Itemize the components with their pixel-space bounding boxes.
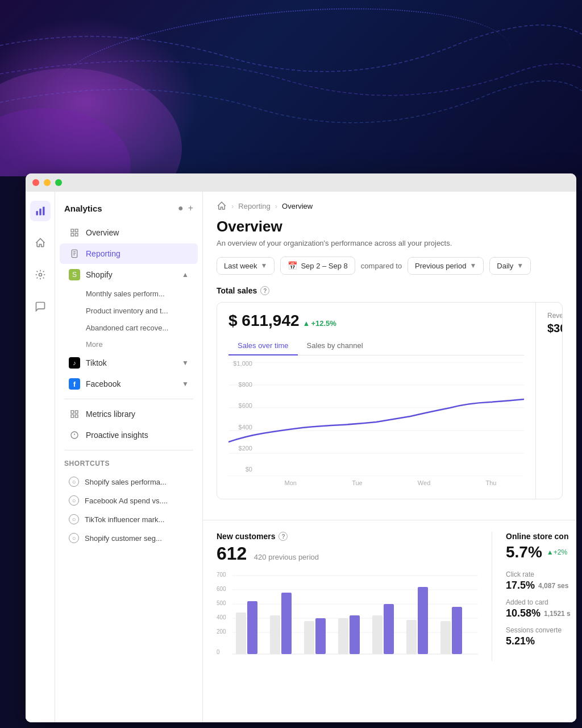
granularity-chevron-icon: ▼ — [517, 262, 523, 270]
online-store-change: ▲+2% — [547, 548, 567, 556]
nav-header-icons: ● + — [178, 203, 193, 213]
page-subtitle: An overview of your organization's perfo… — [217, 239, 563, 247]
new-customers-info-icon[interactable]: ? — [278, 532, 288, 541]
nav-section-facebook[interactable]: f Facebook ▼ — [60, 374, 198, 394]
facebook-section-label: f Facebook — [69, 378, 120, 390]
revenue-label: Revenue — [547, 312, 563, 320]
svg-text:0: 0 — [217, 649, 220, 655]
svg-rect-47 — [372, 615, 383, 654]
date-range-button[interactable]: 📅 Sep 2 – Sep 8 — [280, 257, 355, 275]
add-icon[interactable]: + — [188, 203, 193, 213]
minimize-dot[interactable] — [44, 179, 51, 186]
new-customers-title: New customers ? — [217, 532, 478, 541]
total-sales-value: $ 611,942 ▲ +12.5% — [228, 312, 524, 330]
home-breadcrumb-icon[interactable] — [217, 201, 227, 211]
svg-rect-52 — [452, 607, 462, 654]
svg-rect-40 — [247, 601, 257, 654]
svg-rect-46 — [350, 615, 360, 654]
tiktok-section-label: ♪ Tiktok — [69, 357, 107, 369]
svg-rect-9 — [75, 233, 78, 236]
svg-rect-49 — [406, 620, 417, 654]
facebook-logo: f — [69, 378, 80, 390]
nav-item-overview[interactable]: Overview — [60, 222, 198, 243]
chart-xaxis: Mon Tue Wed Thu — [257, 476, 524, 490]
sessions-label: Sessions converte — [506, 626, 576, 634]
shortcut-icon-1: ○ — [69, 495, 79, 506]
add-to-card-value: 10.58% 1,1521 s — [506, 607, 576, 619]
svg-rect-6 — [71, 229, 74, 232]
svg-text:600: 600 — [217, 586, 226, 592]
calendar-icon: 📅 — [288, 261, 297, 270]
add-to-card-label: Added to card — [506, 598, 576, 606]
svg-rect-51 — [440, 621, 451, 654]
metric-card-total: $ 611,942 ▲ +12.5% Sales over time Sales… — [217, 303, 536, 499]
nav-section-tiktok[interactable]: ♪ Tiktok ▼ — [60, 353, 198, 373]
shortcut-item-2[interactable]: ○ TikTok influencer mark... — [60, 510, 198, 528]
nav-more-button[interactable]: More — [60, 337, 198, 352]
chart-tabs-container: Sales over time Sales by channel $1,000 … — [228, 337, 524, 490]
breadcrumb-reporting[interactable]: Reporting — [238, 202, 270, 210]
nav-sub-item-monthly-sales[interactable]: Monthly sales perform... — [60, 286, 198, 302]
facebook-chevron-icon: ▼ — [182, 380, 189, 388]
sessions-value: 5.21% — [506, 635, 576, 647]
online-store-title: Online store con — [506, 532, 576, 541]
svg-rect-44 — [315, 618, 326, 654]
click-rate-label: Click rate — [506, 570, 576, 578]
compare-filter-button[interactable]: Previous period ▼ — [408, 257, 484, 275]
metrics-row: $ 611,942 ▲ +12.5% Sales over time Sales… — [217, 302, 563, 499]
shortcut-item-3[interactable]: ○ Shopify customer seg... — [60, 529, 198, 547]
period-filter-button[interactable]: Last week ▼ — [217, 257, 275, 275]
total-sales-info-icon[interactable]: ? — [260, 286, 269, 295]
bottom-section: New customers ? 612 420 previous period … — [203, 520, 576, 661]
svg-rect-48 — [384, 604, 394, 654]
nav-section-shopify[interactable]: S Shopify ▲ — [60, 264, 198, 285]
nav-sub-item-abandoned-cart[interactable]: Abandoned cart recove... — [60, 320, 198, 336]
sidebar-icon-integrations[interactable] — [30, 264, 51, 285]
maximize-dot[interactable] — [55, 179, 62, 186]
svg-rect-42 — [281, 593, 292, 654]
compare-chevron-icon: ▼ — [469, 262, 476, 270]
svg-rect-16 — [71, 415, 74, 417]
nav-item-metrics[interactable]: Metrics library — [60, 404, 198, 424]
tab-sales-over-time[interactable]: Sales over time — [228, 337, 298, 355]
shortcut-icon-3: ○ — [69, 533, 79, 543]
proactive-icon — [69, 429, 80, 441]
sidebar-icon-analytics[interactable] — [30, 201, 51, 221]
shopify-chevron-icon: ▲ — [182, 271, 189, 279]
svg-rect-41 — [270, 615, 280, 654]
svg-rect-43 — [304, 621, 314, 654]
shopify-logo: S — [69, 269, 80, 280]
shopify-section-label: S Shopify — [69, 269, 113, 280]
nav-item-proactive[interactable]: Proactive insights — [60, 425, 198, 445]
svg-rect-14 — [71, 411, 74, 413]
sidebar-icon-home[interactable] — [30, 233, 51, 253]
svg-rect-50 — [418, 587, 428, 654]
nav-sub-item-product-inventory[interactable]: Product inventory and t... — [60, 303, 198, 319]
granularity-filter-button[interactable]: Daily ▼ — [489, 257, 531, 275]
nav-sidebar: Analytics ● + Overview Reporting — [55, 192, 203, 722]
metric-card-revenue: Revenue $305,971 ▲ +15.95% — [536, 303, 563, 499]
shortcut-item-1[interactable]: ○ Facebook Ad spend vs.... — [60, 491, 198, 510]
breadcrumb: › Reporting › Overview — [203, 192, 576, 211]
overview-icon — [69, 227, 80, 238]
close-dot[interactable] — [32, 179, 39, 186]
arrow-up-icon: ▲ — [303, 319, 310, 328]
total-sales-change: ▲ +12.5% — [303, 319, 336, 328]
online-store-section: Online store con 5.7% ▲+2% Click rate 17… — [492, 532, 576, 661]
reporting-icon — [69, 248, 80, 259]
nav-item-reporting[interactable]: Reporting — [60, 243, 198, 264]
tab-sales-by-channel[interactable]: Sales by channel — [298, 337, 372, 355]
prev-period-label: 420 previous period — [254, 553, 319, 561]
chart-area: $1,000 $800 $600 $400 $200 $0 — [228, 355, 524, 490]
svg-text:400: 400 — [217, 614, 226, 621]
total-sales-title: Total sales ? — [217, 286, 563, 295]
bar-chart-container: 700 600 500 400 200 0 — [217, 570, 478, 661]
sidebar-icon-messages[interactable] — [30, 296, 51, 317]
nav-title: Analytics — [64, 204, 102, 213]
search-icon[interactable]: ● — [178, 203, 184, 213]
breadcrumb-sep-2: › — [275, 202, 277, 210]
svg-rect-3 — [39, 209, 41, 216]
reporting-label: Reporting — [86, 249, 120, 258]
shortcut-item-0[interactable]: ○ Shopify sales performa... — [60, 473, 198, 491]
tiktok-chevron-icon: ▼ — [182, 359, 189, 367]
